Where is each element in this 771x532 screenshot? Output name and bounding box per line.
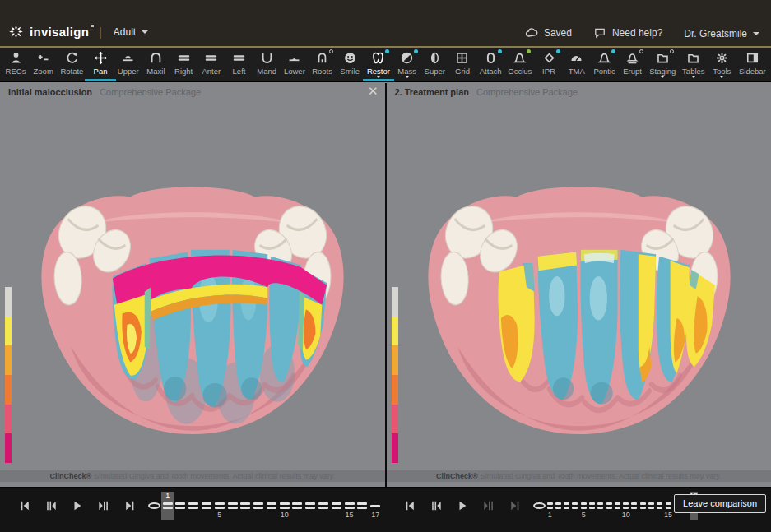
toolbar-item-maxil[interactable]: Maxil bbox=[143, 48, 168, 81]
teeth-3d-render-initial[interactable] bbox=[30, 131, 355, 483]
toolbar-item-anter[interactable]: Anter bbox=[199, 48, 224, 81]
brand-logo-text: invisalign bbox=[30, 25, 89, 39]
chevron-down-icon[interactable] bbox=[142, 30, 148, 37]
timeline-stage-4[interactable] bbox=[571, 492, 579, 520]
badge-dot bbox=[639, 49, 643, 53]
person-icon bbox=[9, 51, 23, 65]
toolbar-item-attach[interactable]: Attach bbox=[478, 48, 504, 81]
toolbar-item-zoom[interactable]: Zoom bbox=[31, 48, 56, 81]
toolbar-item-tables[interactable]: Tables bbox=[680, 48, 706, 81]
timeline-stage-12[interactable] bbox=[304, 492, 317, 520]
timeline-stage-5[interactable]: 5 bbox=[213, 492, 226, 520]
timeline-stage-13[interactable] bbox=[647, 492, 655, 520]
step-backward-button[interactable] bbox=[425, 497, 447, 515]
timeline-stage-7[interactable] bbox=[239, 492, 252, 520]
timeline-stage-1[interactable]: 1 bbox=[546, 492, 554, 520]
toolbar-item-smile[interactable]: Smile bbox=[337, 48, 362, 81]
arch-up-icon bbox=[149, 51, 163, 65]
half-circle-icon bbox=[400, 51, 414, 65]
go-to-last-stage-button[interactable] bbox=[504, 497, 526, 515]
timeline-stage-6[interactable] bbox=[226, 492, 239, 520]
toolbar-item-staging[interactable]: Staging bbox=[648, 48, 677, 81]
close-icon[interactable]: ✕ bbox=[368, 86, 379, 97]
timeline-stage-1[interactable]: 1 bbox=[161, 492, 174, 520]
toolbar-item-tools[interactable]: Tools bbox=[709, 48, 734, 81]
toolbar-item-erupt[interactable]: Erupt bbox=[620, 48, 645, 81]
go-to-first-stage-button[interactable] bbox=[14, 497, 35, 515]
toolbar-item-mass[interactable]: Mass bbox=[395, 48, 420, 81]
toolbar-item-super[interactable]: Super bbox=[422, 48, 447, 81]
timeline-stage-10[interactable]: 10 bbox=[622, 492, 630, 520]
toolbar-item-upper[interactable]: Upper bbox=[116, 48, 141, 81]
toolbar-item-restor[interactable]: Restor bbox=[365, 48, 392, 81]
toolbar-item-roots[interactable]: Roots bbox=[310, 48, 335, 81]
timeline-stage-11[interactable] bbox=[630, 492, 639, 520]
teeth-3d-render-treatment[interactable] bbox=[416, 131, 742, 483]
timeline-stage-6[interactable] bbox=[588, 492, 596, 520]
stage-timeline-treatment: 15101518 bbox=[533, 492, 698, 520]
toolbar-item-recs[interactable]: RECs bbox=[3, 48, 28, 81]
chevron-down-icon bbox=[753, 32, 759, 39]
doctor-menu[interactable]: Dr. Greatsmile bbox=[684, 28, 759, 39]
timeline-stage-5[interactable]: 5 bbox=[579, 492, 588, 520]
timeline-stage-16[interactable] bbox=[356, 492, 369, 520]
timeline-start-marker[interactable] bbox=[148, 492, 161, 520]
toolbar-item-right[interactable]: Right bbox=[171, 48, 196, 81]
timeline-stage-9[interactable] bbox=[613, 492, 621, 520]
toolbar-item-tma[interactable]: TMA bbox=[564, 48, 589, 81]
timeline-stage-10[interactable]: 10 bbox=[278, 492, 291, 520]
toolbar-item-label: Super bbox=[425, 67, 445, 76]
step-backward-button[interactable] bbox=[40, 497, 62, 515]
timeline-stage-13[interactable] bbox=[317, 492, 330, 520]
timeline-stage-8[interactable] bbox=[605, 492, 613, 520]
timeline-stage-7[interactable] bbox=[597, 492, 605, 520]
toolbar-item-sidebar[interactable]: Sidebar bbox=[737, 48, 768, 81]
toolbar-item-pontic[interactable]: Pontic bbox=[592, 48, 616, 81]
timeline-stage-8[interactable] bbox=[252, 492, 265, 520]
movement-color-scale bbox=[5, 287, 12, 463]
toolbar-item-rotate[interactable]: Rotate bbox=[58, 48, 85, 81]
toolbar-item-label: Restor bbox=[367, 67, 390, 76]
timeline-stage-15[interactable]: 15 bbox=[343, 492, 356, 520]
toolbar-item-label: Tools bbox=[713, 67, 731, 76]
play-button[interactable] bbox=[452, 497, 473, 515]
panel-title: Initial malocclusion bbox=[8, 87, 92, 97]
timeline-stage-3[interactable] bbox=[563, 492, 571, 520]
go-to-first-stage-button[interactable] bbox=[399, 497, 420, 515]
play-button[interactable] bbox=[67, 497, 88, 515]
gear-icon bbox=[715, 51, 729, 65]
case-type-dropdown[interactable]: Adult bbox=[114, 26, 136, 38]
timeline-stage-2[interactable] bbox=[554, 492, 562, 520]
timeline-stage-11[interactable] bbox=[291, 492, 304, 520]
timeline-stage-14[interactable] bbox=[656, 492, 664, 520]
panel-subtitle: Comprehensive Package bbox=[476, 87, 578, 97]
scale-segment bbox=[5, 345, 12, 375]
toolbar-item-left[interactable]: Left bbox=[227, 48, 252, 81]
need-help-button[interactable]: Need help? bbox=[593, 26, 662, 39]
timeline-stage-9[interactable] bbox=[265, 492, 278, 520]
toolbar-item-ipr[interactable]: IPR bbox=[536, 48, 561, 81]
timeline-stage-12[interactable] bbox=[639, 492, 647, 520]
toolbar-item-label: Maxil bbox=[146, 67, 165, 76]
timeline-stage-15[interactable]: 15 bbox=[664, 492, 672, 520]
folder-icon bbox=[656, 51, 670, 65]
gauge-icon bbox=[569, 51, 583, 65]
step-forward-button[interactable] bbox=[478, 497, 499, 515]
go-to-last-stage-button[interactable] bbox=[119, 497, 141, 515]
tooth-root-icon bbox=[315, 51, 329, 65]
badge-dot bbox=[670, 49, 674, 53]
step-forward-button[interactable] bbox=[93, 497, 114, 515]
toolbar-item-occlus[interactable]: Occlus bbox=[506, 48, 533, 81]
timeline-stage-14[interactable] bbox=[330, 492, 343, 520]
timeline-stage-3[interactable] bbox=[187, 492, 200, 520]
toolbar-item-lower[interactable]: Lower bbox=[282, 48, 307, 81]
comparison-viewports: Initial malocclusion Comprehensive Packa… bbox=[0, 83, 771, 487]
timeline-stage-4[interactable] bbox=[200, 492, 213, 520]
timeline-start-marker[interactable] bbox=[533, 492, 546, 520]
timeline-stage-17[interactable]: 17 bbox=[369, 492, 382, 520]
timeline-stage-2[interactable] bbox=[174, 492, 188, 520]
leave-comparison-button[interactable]: Leave comparison bbox=[674, 494, 766, 513]
toolbar-item-pan[interactable]: Pan bbox=[88, 48, 113, 81]
toolbar-item-mand[interactable]: Mand bbox=[254, 48, 279, 81]
toolbar-item-grid[interactable]: Grid bbox=[450, 48, 475, 81]
